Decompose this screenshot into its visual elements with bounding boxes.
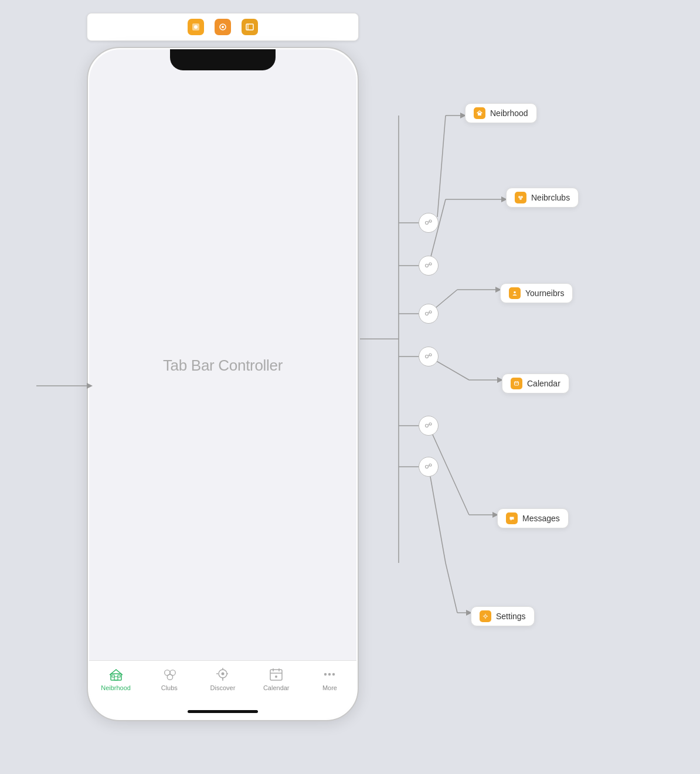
svg-line-34 [437, 116, 446, 217]
node-5 [419, 416, 439, 436]
tab-discover[interactable]: Discover [196, 667, 249, 691]
svg-point-83 [514, 291, 516, 294]
toolbar-icon-3[interactable] [242, 19, 258, 35]
tab-neibrhood-label: Neibrhood [101, 684, 131, 691]
dest-messages[interactable]: Messages [497, 508, 569, 528]
node-3 [419, 304, 439, 324]
tab-more-label: More [322, 684, 337, 691]
svg-rect-9 [118, 675, 120, 677]
toolbar-icon-2[interactable] [215, 19, 231, 35]
svg-point-70 [426, 425, 429, 427]
svg-point-58 [426, 222, 429, 225]
node-4 [419, 347, 439, 366]
toolbar-icon-1[interactable] [188, 19, 204, 35]
dest-neibrhood-icon [474, 107, 485, 119]
phone-inner: Tab Bar Controller Neibrhood [89, 49, 356, 719]
svg-point-26 [328, 673, 331, 675]
tab-calendar[interactable]: Calendar [250, 667, 303, 691]
phone-notch [170, 49, 276, 70]
dest-calendar-label: Calendar [527, 379, 560, 388]
phone-title: Tab Bar Controller [163, 357, 283, 375]
svg-point-3 [222, 26, 224, 28]
svg-point-94 [483, 616, 484, 616]
svg-line-54 [429, 467, 446, 563]
svg-point-12 [167, 674, 172, 680]
svg-point-24 [275, 675, 277, 678]
phone-content: Tab Bar Controller [89, 70, 356, 660]
tab-more[interactable]: More [303, 667, 356, 691]
neibrhood-icon [108, 667, 124, 682]
calendar-icon [269, 667, 284, 682]
svg-point-92 [485, 614, 485, 615]
dest-messages-icon [506, 512, 518, 524]
more-icon [322, 667, 337, 682]
svg-point-95 [487, 616, 488, 616]
node-6 [419, 457, 439, 477]
svg-point-27 [332, 673, 335, 675]
svg-rect-20 [270, 670, 282, 680]
tab-calendar-label: Calendar [263, 684, 290, 691]
svg-point-64 [426, 313, 429, 315]
toolbar [87, 13, 359, 41]
phone-frame: Tab Bar Controller Neibrhood [87, 47, 359, 721]
tab-clubs-label: Clubs [161, 684, 178, 691]
discover-icon [215, 667, 230, 682]
dest-yourneibrs-label: Yourneibrs [525, 288, 564, 298]
dest-yourneibrs-icon [509, 287, 521, 299]
dest-settings[interactable]: Settings [471, 606, 535, 626]
clubs-icon [162, 667, 177, 682]
tab-clubs[interactable]: Clubs [142, 667, 196, 691]
home-indicator [188, 710, 258, 713]
svg-rect-7 [114, 677, 118, 680]
svg-rect-77 [478, 113, 481, 116]
dest-calendar[interactable]: Calendar [502, 374, 569, 393]
svg-point-18 [222, 673, 225, 675]
svg-point-73 [426, 466, 429, 469]
node-1 [419, 213, 439, 233]
svg-point-1 [194, 25, 198, 29]
dest-neibrclubs-label: Neibrclubs [531, 193, 570, 202]
dest-neibrhood-label: Neibrhood [490, 108, 528, 118]
tab-discover-label: Discover [210, 684, 236, 691]
tab-neibrhood[interactable]: Neibrhood [89, 667, 142, 691]
svg-point-81 [519, 198, 522, 200]
svg-rect-4 [246, 24, 253, 30]
dest-neibrclubs[interactable]: Neibrclubs [506, 188, 579, 208]
svg-rect-8 [112, 675, 114, 677]
svg-point-67 [426, 355, 429, 358]
dest-yourneibrs[interactable]: Yourneibrs [500, 283, 573, 303]
dest-calendar-icon [511, 378, 522, 389]
dest-messages-label: Messages [522, 514, 560, 523]
dest-neibrhood[interactable]: Neibrhood [465, 103, 537, 123]
dest-settings-icon [480, 610, 491, 622]
dest-settings-label: Settings [496, 612, 526, 621]
svg-point-25 [324, 673, 327, 675]
dest-neibrclubs-icon [515, 192, 526, 203]
svg-point-61 [426, 264, 429, 267]
svg-line-55 [446, 563, 457, 613]
node-2 [419, 256, 439, 276]
svg-point-93 [485, 618, 485, 619]
